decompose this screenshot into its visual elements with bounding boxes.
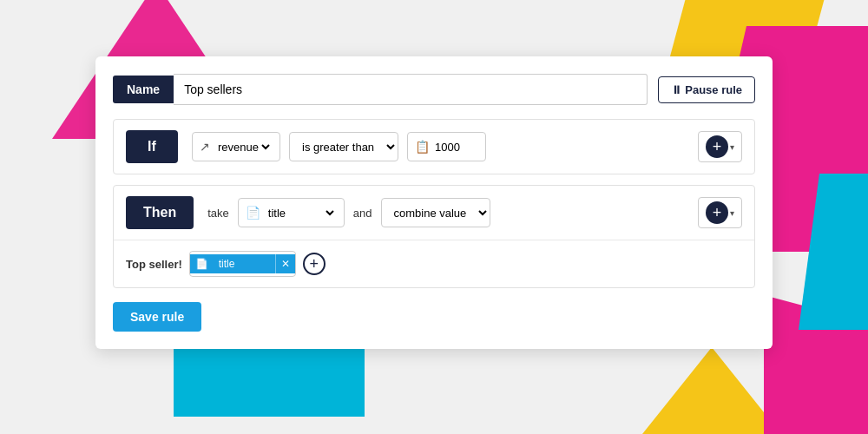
- then-field-select[interactable]: title description price: [265, 206, 337, 220]
- if-add-button[interactable]: + ▾: [698, 131, 742, 162]
- rule-card: Name ⏸ Pause rule If ↗ revenue price qua…: [95, 56, 773, 349]
- shape-pink-bottom: [764, 295, 868, 434]
- and-label: and: [353, 207, 372, 220]
- then-add-button[interactable]: + ▾: [698, 197, 742, 228]
- field-tag-wrapper: 📄 title description price ✕: [189, 251, 296, 277]
- if-badge: If: [126, 130, 178, 163]
- then-field-wrapper: 📄 title description price: [238, 198, 345, 227]
- field-tag-select[interactable]: title description price: [214, 254, 275, 273]
- name-input[interactable]: [174, 74, 647, 105]
- then-top-row: Then take 📄 title description price and …: [114, 186, 754, 240]
- if-value-wrapper: 📋: [407, 132, 486, 161]
- revenue-field-wrapper: ↗ revenue price quantity: [192, 132, 280, 161]
- then-controls: take 📄 title description price and combi…: [207, 197, 742, 228]
- doc-icon-then: 📄: [246, 206, 260, 220]
- pause-rule-button[interactable]: ⏸ Pause rule: [658, 76, 755, 103]
- output-label: Top seller!: [126, 258, 182, 271]
- save-rule-button[interactable]: Save rule: [113, 302, 201, 332]
- doc-icon: 📋: [415, 140, 430, 154]
- then-add-btn-wrapper: + ▾: [698, 197, 742, 228]
- then-output-row: Top seller! 📄 title description price ✕ …: [114, 240, 754, 287]
- if-value-input[interactable]: [435, 141, 478, 154]
- if-section: If ↗ revenue price quantity is greater t…: [113, 119, 755, 174]
- shape-teal-right: [799, 174, 868, 330]
- trend-icon: ↗: [200, 140, 210, 154]
- then-combine-select[interactable]: combine value replace value append value: [381, 198, 490, 227]
- then-chevron-down-icon: ▾: [730, 208, 734, 218]
- if-operator-select[interactable]: is greater than is less than equals cont…: [289, 132, 398, 161]
- field-tag-doc-icon: 📄: [190, 254, 214, 273]
- name-row: Name ⏸ Pause rule: [113, 74, 755, 105]
- take-label: take: [207, 207, 229, 220]
- shape-yellow-bottom: [642, 347, 781, 434]
- then-add-circle-icon: +: [706, 201, 728, 224]
- name-label: Name: [113, 76, 174, 103]
- if-field-select[interactable]: revenue price quantity: [214, 140, 273, 155]
- output-add-button[interactable]: +: [303, 253, 326, 275]
- add-circle-icon: +: [706, 135, 728, 158]
- then-badge: Then: [126, 196, 194, 229]
- then-section: Then take 📄 title description price and …: [113, 185, 755, 288]
- chevron-down-icon: ▾: [730, 142, 734, 152]
- if-add-btn-wrapper: + ▾: [698, 131, 742, 162]
- field-tag-remove-button[interactable]: ✕: [275, 254, 295, 273]
- if-controls: ↗ revenue price quantity is greater than…: [192, 131, 742, 162]
